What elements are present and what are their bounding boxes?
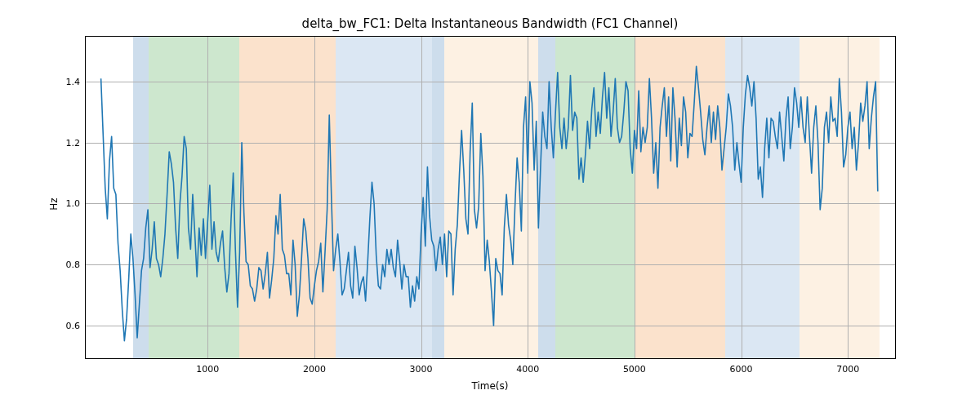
x-axis-label: Time(s) <box>0 380 980 392</box>
x-tick-label: 1000 <box>196 364 219 375</box>
plot-area <box>85 36 896 359</box>
y-tick-label: 0.6 <box>47 320 80 330</box>
x-tick-label: 2000 <box>303 364 326 375</box>
chart-container: delta_bw_FC1: Delta Instantaneous Bandwi… <box>0 0 980 408</box>
x-tick-label: 3000 <box>410 364 433 375</box>
y-tick-label: 1.2 <box>47 137 80 148</box>
x-tick-label: 7000 <box>836 364 859 375</box>
y-tick-label: 0.8 <box>47 259 80 270</box>
x-tick-label: 5000 <box>623 364 646 375</box>
y-tick-label: 1.4 <box>47 77 80 87</box>
x-tick-label: 6000 <box>730 364 753 375</box>
y-tick-label: 1.0 <box>47 198 80 209</box>
chart-title: delta_bw_FC1: Delta Instantaneous Bandwi… <box>0 16 980 31</box>
x-tick-label: 4000 <box>516 364 539 375</box>
line-series <box>85 36 896 359</box>
